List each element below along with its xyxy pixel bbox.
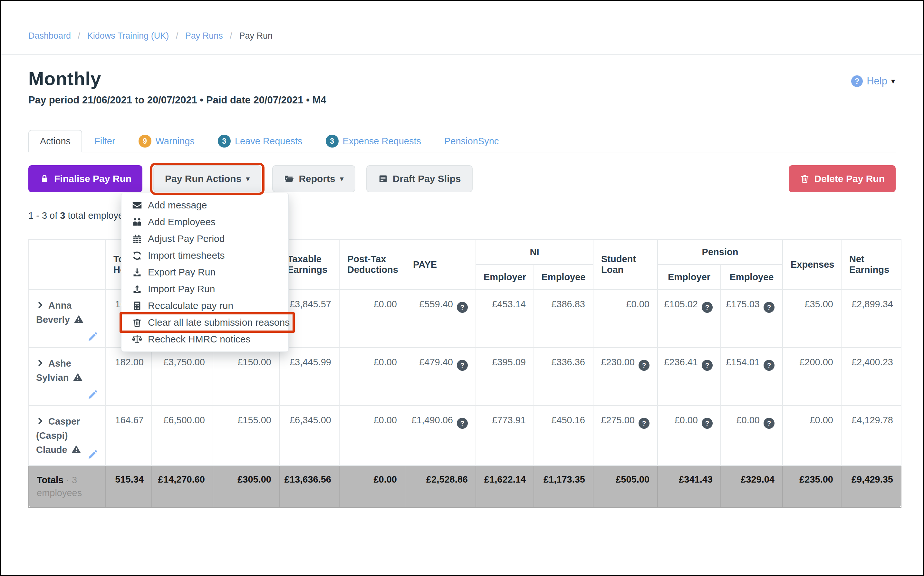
download-icon bbox=[131, 267, 143, 278]
amount-cell: 164.67 bbox=[106, 406, 152, 466]
totals-amount-cell: £0.00 bbox=[339, 466, 405, 507]
tab-leave-requests[interactable]: 3Leave Requests bbox=[207, 130, 313, 152]
lock-icon bbox=[39, 174, 50, 184]
calculator-icon bbox=[131, 301, 143, 311]
draft-pay-slips-button[interactable]: Draft Pay Slips bbox=[366, 165, 473, 192]
amount-cell: £559.40? bbox=[405, 290, 476, 347]
totals-amount-cell: £341.43 bbox=[657, 466, 721, 507]
menu-item-label: Export Pay Run bbox=[148, 267, 216, 278]
chevron-right-icon[interactable] bbox=[36, 415, 45, 423]
payslip-icon bbox=[378, 174, 388, 184]
totals-amount-cell: £505.00 bbox=[593, 466, 657, 507]
chevron-right-icon[interactable] bbox=[36, 357, 45, 365]
tab-label: Leave Requests bbox=[235, 131, 302, 151]
finalise-pay-run-label: Finalise Pay Run bbox=[54, 173, 131, 184]
warning-icon bbox=[71, 444, 81, 454]
tab-actions[interactable]: Actions bbox=[28, 130, 82, 152]
menu-item-recalculate-pay-run[interactable]: Recalculate pay run bbox=[121, 298, 288, 314]
help-badge-icon[interactable]: ? bbox=[702, 418, 713, 429]
menu-item-recheck-hmrc-notices[interactable]: Recheck HMRC notices bbox=[121, 331, 288, 347]
menu-item-label: Adjust Pay Period bbox=[148, 233, 225, 244]
summary-count: 3 bbox=[60, 210, 65, 221]
menu-item-import-timesheets[interactable]: Import timesheets bbox=[121, 247, 288, 264]
amount-cell: £150.00 bbox=[213, 347, 279, 406]
finalise-pay-run-button[interactable]: Finalise Pay Run bbox=[28, 165, 142, 192]
amount-cell: £200.00 bbox=[783, 347, 841, 406]
breadcrumb-separator: / bbox=[176, 31, 179, 41]
help-badge-icon[interactable]: ? bbox=[457, 360, 468, 371]
breadcrumb-separator: / bbox=[78, 31, 80, 41]
tab-pensionsync[interactable]: PensionSync bbox=[433, 130, 510, 152]
amount-cell: £230.00? bbox=[593, 347, 657, 406]
amount-cell: £105.02? bbox=[657, 290, 721, 347]
employee-name-cell[interactable]: Ashe Sylvian bbox=[29, 347, 106, 406]
amount-value: £105.02 bbox=[664, 299, 698, 309]
menu-item-add-message[interactable]: Add message bbox=[121, 197, 288, 214]
toolbar: Finalise Pay Run Pay Run Actions ▾ Repor… bbox=[28, 165, 896, 192]
menu-item-import-pay-run[interactable]: Import Pay Run bbox=[121, 281, 288, 298]
amount-cell: £336.36 bbox=[534, 347, 593, 406]
edit-pencil-icon[interactable] bbox=[87, 331, 98, 342]
reports-button[interactable]: Reports ▾ bbox=[272, 165, 355, 192]
help-badge-icon[interactable]: ? bbox=[764, 302, 775, 313]
breadcrumb: Dashboard / Kidows Training (UK) / Pay R… bbox=[1, 1, 923, 55]
totals-amount-cell: £1,622.14 bbox=[476, 466, 534, 507]
menu-item-label: Import timesheets bbox=[148, 250, 225, 261]
help-badge-icon[interactable]: ? bbox=[702, 302, 713, 313]
warning-icon bbox=[73, 372, 83, 382]
menu-item-label: Recalculate pay run bbox=[148, 300, 233, 311]
pay-run-actions-button[interactable]: Pay Run Actions ▾ bbox=[153, 165, 261, 192]
amount-cell: £386.83 bbox=[534, 290, 593, 347]
tab-filter[interactable]: Filter bbox=[83, 130, 126, 152]
help-menu[interactable]: ? Help ▾ bbox=[851, 75, 895, 87]
totals-amount-cell: 515.34 bbox=[106, 466, 152, 507]
scales-icon bbox=[131, 334, 143, 345]
menu-item-label: Import Pay Run bbox=[148, 283, 215, 294]
amount-cell: £3,445.99 bbox=[279, 347, 339, 406]
upload-icon bbox=[131, 284, 143, 294]
col-header-pension-employer: Employer bbox=[657, 264, 721, 290]
help-badge-icon[interactable]: ? bbox=[639, 418, 649, 429]
menu-item-label: Add message bbox=[148, 200, 207, 211]
help-badge-icon[interactable]: ? bbox=[457, 302, 468, 313]
amount-cell: £155.00 bbox=[213, 406, 279, 466]
employee-name-cell[interactable]: Casper (Caspi) Claude bbox=[29, 406, 106, 466]
totals-amount-cell: £14,270.60 bbox=[152, 466, 213, 507]
totals-amount-cell: £1,173.35 bbox=[534, 466, 593, 507]
amount-cell: £4,129.78 bbox=[841, 406, 901, 466]
tab-warnings[interactable]: 9Warnings bbox=[128, 130, 206, 152]
chevron-down-icon: ▾ bbox=[246, 174, 250, 183]
help-badge-icon[interactable]: ? bbox=[702, 360, 713, 371]
amount-cell: £453.14 bbox=[476, 290, 534, 347]
breadcrumb-link-employer[interactable]: Kidows Training (UK) bbox=[87, 31, 169, 41]
help-badge-icon[interactable]: ? bbox=[764, 418, 775, 429]
chevron-right-icon[interactable] bbox=[36, 299, 45, 307]
amount-cell: £0.00 bbox=[339, 406, 405, 466]
totals-amount-cell: £9,429.35 bbox=[841, 466, 901, 507]
breadcrumb-separator: / bbox=[230, 31, 232, 41]
menu-item-label: Add Employees bbox=[148, 216, 216, 227]
edit-pencil-icon[interactable] bbox=[87, 450, 98, 460]
help-badge-icon[interactable]: ? bbox=[764, 360, 775, 371]
totals-label-cell: Totals · 3 employees bbox=[29, 466, 106, 507]
amount-cell: £773.91 bbox=[476, 406, 534, 466]
menu-item-clear-all-late-submission-reasons[interactable]: Clear all late submission reasons bbox=[121, 314, 288, 331]
edit-pencil-icon[interactable] bbox=[87, 389, 98, 400]
menu-item-adjust-pay-period[interactable]: Adjust Pay Period bbox=[121, 230, 288, 247]
tab-label: PensionSync bbox=[444, 131, 499, 151]
amount-cell: £6,500.00 bbox=[152, 406, 213, 466]
breadcrumb-link-dashboard[interactable]: Dashboard bbox=[28, 31, 71, 41]
help-badge-icon[interactable]: ? bbox=[457, 418, 468, 429]
amount-value: £0.00 bbox=[674, 415, 698, 425]
delete-pay-run-button[interactable]: Delete Pay Run bbox=[789, 165, 896, 192]
tab-expense-requests[interactable]: 3Expense Requests bbox=[315, 130, 432, 152]
employee-row-casper-caspi-claude: Casper (Caspi) Claude164.67£6,500.00£155… bbox=[29, 406, 901, 466]
menu-item-export-pay-run[interactable]: Export Pay Run bbox=[121, 264, 288, 281]
employee-name-cell[interactable]: Anna Beverly bbox=[29, 290, 106, 347]
amount-value: £230.00 bbox=[601, 357, 635, 367]
pay-run-page: Dashboard / Kidows Training (UK) / Pay R… bbox=[1, 1, 923, 575]
breadcrumb-link-pay-runs[interactable]: Pay Runs bbox=[185, 31, 223, 41]
menu-item-add-employees[interactable]: Add Employees bbox=[121, 214, 288, 230]
help-badge-icon[interactable]: ? bbox=[639, 360, 649, 371]
folder-open-icon bbox=[284, 174, 294, 184]
